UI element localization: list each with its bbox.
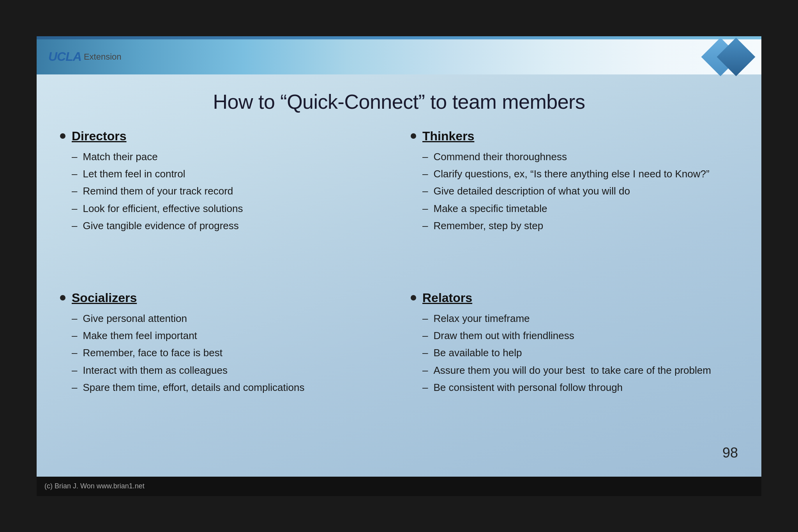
list-item: – Match their pace bbox=[72, 150, 387, 164]
list-item: – Give detailed description of what you … bbox=[422, 184, 738, 198]
thinkers-bullet bbox=[411, 133, 416, 139]
directors-bullet bbox=[60, 133, 65, 139]
dash-icon: – bbox=[422, 150, 428, 164]
dash-icon: – bbox=[422, 167, 428, 181]
thinkers-item-2: Clarify questions, ex, “Is there anythin… bbox=[433, 167, 709, 181]
thinkers-item-1: Commend their thoroughness bbox=[433, 150, 567, 164]
dash-icon: – bbox=[422, 311, 428, 325]
slide-number: 98 bbox=[60, 445, 738, 461]
directors-title: Directors bbox=[72, 129, 127, 143]
directors-item-2: Let them feel in control bbox=[83, 167, 185, 181]
directors-items: – Match their pace – Let them feel in co… bbox=[60, 150, 387, 233]
ucla-brand-text: UCLA bbox=[48, 49, 81, 64]
dash-icon: – bbox=[422, 329, 428, 343]
directors-item-5: Give tangible evidence of progress bbox=[83, 219, 238, 233]
socializers-item-1: Give personal attention bbox=[83, 311, 187, 325]
header-diamond-decoration bbox=[715, 43, 750, 71]
relators-bullet bbox=[411, 295, 416, 300]
relators-item-2: Draw them out with friendliness bbox=[433, 329, 574, 343]
directors-item-4: Look for efficient, effective solutions bbox=[83, 201, 243, 216]
relators-item-1: Relax your timeframe bbox=[433, 311, 530, 325]
dash-icon: – bbox=[422, 201, 428, 216]
dash-icon: – bbox=[72, 380, 77, 394]
directors-section: Directors – Match their pace – Let them … bbox=[60, 129, 387, 279]
dash-icon: – bbox=[422, 380, 428, 394]
dash-icon: – bbox=[72, 219, 77, 233]
thinkers-section: Thinkers – Commend their thoroughness – … bbox=[411, 129, 738, 279]
ucla-logo: UCLA Extension bbox=[48, 49, 122, 64]
thinkers-header: Thinkers bbox=[411, 129, 738, 143]
dash-icon: – bbox=[72, 201, 77, 216]
list-item: – Relax your timeframe bbox=[422, 311, 738, 325]
list-item: – Give tangible evidence of progress bbox=[72, 219, 387, 233]
dash-icon: – bbox=[72, 363, 77, 377]
thinkers-item-4: Make a specific timetable bbox=[433, 201, 547, 216]
list-item: – Spare them time, effort, details and c… bbox=[72, 380, 387, 394]
relators-item-5: Be consistent with personal follow throu… bbox=[433, 380, 623, 394]
socializers-items: – Give personal attention – Make them fe… bbox=[60, 311, 387, 395]
list-item: – Commend their thoroughness bbox=[422, 150, 738, 164]
socializers-item-5: Spare them time, effort, details and com… bbox=[83, 380, 304, 394]
header-bar: UCLA Extension bbox=[37, 39, 761, 74]
list-item: – Assure them you will do your best to t… bbox=[422, 363, 738, 377]
relators-header: Relators bbox=[411, 291, 738, 305]
directors-item-1: Match their pace bbox=[83, 150, 157, 164]
slide-content: How to “Quick-Connect” to team members D… bbox=[37, 74, 761, 477]
list-item: – Let them feel in control bbox=[72, 167, 387, 181]
top-accent-bar bbox=[37, 36, 761, 39]
copyright-text: (c) Brian J. Won www.brian1.net bbox=[44, 482, 145, 490]
list-item: – Remind them of your track record bbox=[72, 184, 387, 198]
directors-header: Directors bbox=[60, 129, 387, 143]
thinkers-items: – Commend their thoroughness – Clarify q… bbox=[411, 150, 738, 233]
list-item: – Look for efficient, effective solution… bbox=[72, 201, 387, 216]
relators-items: – Relax your timeframe – Draw them out w… bbox=[411, 311, 738, 395]
dash-icon: – bbox=[422, 346, 428, 360]
dash-icon: – bbox=[72, 311, 77, 325]
content-grid: Directors – Match their pace – Let them … bbox=[60, 129, 738, 441]
thinkers-item-3: Give detailed description of what you wi… bbox=[433, 184, 630, 198]
slide-title: How to “Quick-Connect” to team members bbox=[60, 90, 738, 113]
list-item: – Make a specific timetable bbox=[422, 201, 738, 216]
dash-icon: – bbox=[72, 184, 77, 198]
dash-icon: – bbox=[72, 329, 77, 343]
relators-item-4: Assure them you will do your best to tak… bbox=[433, 363, 711, 377]
socializers-header: Socializers bbox=[60, 291, 387, 305]
socializers-bullet bbox=[60, 295, 65, 300]
thinkers-title: Thinkers bbox=[422, 129, 474, 143]
dash-icon: – bbox=[422, 219, 428, 233]
list-item: – Clarify questions, ex, “Is there anyth… bbox=[422, 167, 738, 181]
socializers-item-2: Make them feel important bbox=[83, 329, 197, 343]
list-item: – Give personal attention bbox=[72, 311, 387, 325]
socializers-title: Socializers bbox=[72, 291, 137, 305]
dash-icon: – bbox=[422, 363, 428, 377]
list-item: – Interact with them as colleagues bbox=[72, 363, 387, 377]
directors-item-3: Remind them of your track record bbox=[83, 184, 233, 198]
dash-icon: – bbox=[72, 150, 77, 164]
list-item: – Be consistent with personal follow thr… bbox=[422, 380, 738, 394]
relators-title: Relators bbox=[422, 291, 472, 305]
dash-icon: – bbox=[72, 167, 77, 181]
socializers-item-3: Remember, face to face is best bbox=[83, 346, 222, 360]
thinkers-item-5: Remember, step by step bbox=[433, 219, 543, 233]
list-item: – Remember, face to face is best bbox=[72, 346, 387, 360]
list-item: – Make them feel important bbox=[72, 329, 387, 343]
screen-wrapper: UCLA Extension How to “Quick-Connect” to… bbox=[37, 36, 761, 496]
list-item: – Remember, step by step bbox=[422, 219, 738, 233]
relators-item-3: Be available to help bbox=[433, 346, 522, 360]
socializers-item-4: Interact with them as colleagues bbox=[83, 363, 227, 377]
copyright-bar: (c) Brian J. Won www.brian1.net bbox=[37, 477, 761, 496]
list-item: – Be available to help bbox=[422, 346, 738, 360]
dash-icon: – bbox=[422, 184, 428, 198]
list-item: – Draw them out with friendliness bbox=[422, 329, 738, 343]
extension-label: Extension bbox=[84, 52, 122, 62]
socializers-section: Socializers – Give personal attention – … bbox=[60, 291, 387, 441]
relators-section: Relators – Relax your timeframe – Draw t… bbox=[411, 291, 738, 441]
dash-icon: – bbox=[72, 346, 77, 360]
